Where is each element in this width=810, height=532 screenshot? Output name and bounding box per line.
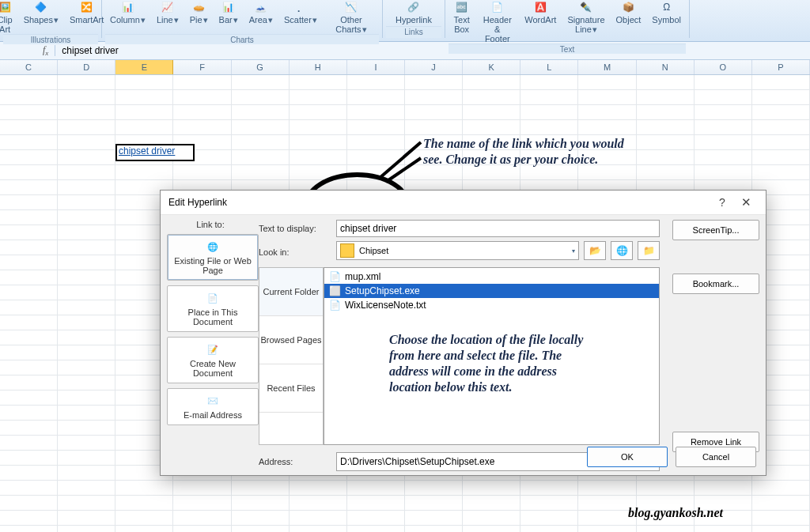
formula-input[interactable]: chipset driver — [55, 45, 810, 56]
bar-chart-icon: 📊 — [221, 0, 236, 14]
ribbon-item-headerfooter[interactable]: 📄Header & Footer — [476, 0, 518, 43]
ribbon-item-bar[interactable]: 📊Bar▾ — [214, 0, 243, 34]
email-icon: ✉️ — [169, 394, 256, 408]
screentip-button[interactable]: ScreenTip... — [672, 220, 759, 240]
browse-file-button[interactable]: 📁 — [638, 241, 660, 260]
ribbon-group-text: 🔤Text Box 📄Header & Footer 🅰️WordArt ✒️S… — [445, 0, 690, 38]
ribbon-item-signature[interactable]: ✒️Signature Line▾ — [562, 0, 609, 43]
column-header[interactable]: F — [173, 60, 231, 74]
help-button[interactable]: ? — [710, 196, 734, 209]
ribbon-group-label: Illustrations — [3, 34, 98, 44]
ribbon-item-shapes[interactable]: 🔷Shapes▾ — [19, 0, 63, 34]
sheet-row[interactable] — [0, 75, 810, 90]
link-to-email[interactable]: ✉️E-mail Address — [167, 388, 259, 425]
xml-icon: 📄 — [329, 271, 340, 282]
file-item[interactable]: 📄WixLicenseNote.txt — [324, 298, 659, 312]
area-chart-icon: 🗻 — [254, 0, 268, 14]
ribbon-item-pie[interactable]: 🥧Pie▾ — [185, 0, 213, 34]
ribbon-item-scatter[interactable]: ⡀Scatter▾ — [279, 0, 322, 34]
ribbon-group-links: 🔗Hyperlink Links — [383, 0, 445, 38]
column-header[interactable]: I — [347, 60, 405, 74]
column-header[interactable]: O — [695, 60, 752, 74]
link-to-create-new[interactable]: 📝Create New Document — [167, 337, 259, 383]
smartart-icon: 🔀 — [80, 0, 94, 14]
look-in-combo[interactable]: Chipset ▾ — [336, 241, 579, 260]
ribbon-item-object[interactable]: 📦Object — [611, 0, 646, 43]
column-header[interactable]: C — [0, 60, 58, 74]
tab-browsed-pages[interactable]: Browsed Pages — [259, 316, 323, 364]
look-in-label: Look in: — [259, 247, 331, 257]
column-header[interactable]: M — [578, 60, 636, 74]
ribbon-item-hyperlink[interactable]: 🔗Hyperlink — [391, 0, 437, 25]
ribbon-group-label: Links — [386, 26, 441, 38]
sheet-row[interactable] — [0, 165, 810, 180]
ribbon-item-symbol[interactable]: ΩSymbol — [647, 0, 686, 43]
column-header[interactable]: L — [520, 60, 578, 74]
dialog-title: Edit Hyperlink — [168, 197, 227, 208]
ok-button[interactable]: OK — [587, 447, 668, 467]
column-header[interactable]: H — [290, 60, 347, 74]
signature-icon: ✒️ — [579, 0, 593, 14]
column-header[interactable]: J — [405, 60, 463, 74]
ribbon-group-charts: 📊Column▾ 📈Line▾ 🥧Pie▾ 📊Bar▾ 🗻Area▾ ⡀Scat… — [102, 0, 383, 38]
ribbon-item-textbox[interactable]: 🔤Text Box — [449, 0, 475, 43]
sheet-row[interactable] — [0, 526, 810, 532]
header-footer-icon: 📄 — [490, 0, 505, 14]
new-document-icon: 📝 — [169, 342, 256, 357]
column-headers: CDEFGHIJKLMNOP — [0, 60, 810, 75]
ribbon-item-column[interactable]: 📊Column▾ — [105, 0, 150, 34]
link-to-place-in-document[interactable]: 📄Place in This Document — [167, 285, 259, 332]
link-to-existing-file[interactable]: 🌐Existing File or Web Page — [167, 234, 259, 281]
dialog-titlebar: Edit Hyperlink ? ✕ — [161, 191, 766, 215]
close-button[interactable]: ✕ — [734, 195, 758, 209]
ribbon-group-label: Charts — [105, 34, 379, 44]
column-header[interactable]: N — [637, 60, 695, 74]
pie-chart-icon: 🥧 — [191, 0, 206, 14]
wordart-icon: 🅰️ — [533, 0, 547, 14]
file-item[interactable]: ⬜SetupChipset.exe — [324, 284, 659, 298]
globe-file-icon: 🌐 — [169, 240, 256, 254]
sheet-row[interactable] — [0, 90, 810, 105]
ribbon-item-wordart[interactable]: 🅰️WordArt — [520, 0, 561, 43]
hyperlink-icon: 🔗 — [407, 0, 421, 14]
text-to-display-input[interactable] — [336, 220, 660, 237]
formula-bar: fx chipset driver — [0, 42, 810, 60]
column-header[interactable]: K — [463, 60, 520, 74]
column-header[interactable]: D — [58, 60, 115, 74]
hyperlink-cell[interactable]: chipset driver — [117, 145, 175, 157]
browse-tabs: Current Folder Browsed Pages Recent File… — [259, 267, 324, 445]
line-chart-icon: 📈 — [161, 0, 175, 14]
tab-recent-files[interactable]: Recent Files — [259, 364, 323, 413]
exe-icon: ⬜ — [329, 285, 340, 296]
tab-current-folder[interactable]: Current Folder — [259, 268, 323, 316]
file-item[interactable]: 📄mup.xml — [324, 270, 659, 284]
sheet-row[interactable] — [0, 120, 810, 135]
document-icon: 📄 — [169, 291, 256, 305]
annotation-top: The name of the link which you would see… — [423, 136, 629, 168]
open-folder-icon: 📁 — [643, 245, 655, 256]
shapes-icon: 🔷 — [34, 0, 48, 14]
clipart-icon: 🖼️ — [0, 0, 12, 14]
sheet-row[interactable] — [0, 105, 810, 120]
sheet-row[interactable] — [0, 481, 810, 496]
selected-cell[interactable]: chipset driver — [117, 145, 193, 160]
address-label: Address: — [259, 457, 331, 466]
cancel-button[interactable]: Cancel — [676, 447, 756, 467]
textbox-icon: 🔤 — [455, 0, 469, 14]
other-charts-icon: 📉 — [344, 0, 358, 14]
fx-icon[interactable]: fx — [43, 44, 48, 57]
column-header[interactable]: E — [115, 60, 173, 74]
ribbon-item-area[interactable]: 🗻Area▾ — [244, 0, 278, 34]
ribbon-item-line[interactable]: 📈Line▾ — [152, 0, 184, 34]
symbol-icon: Ω — [660, 0, 674, 14]
ribbon-item-clipart[interactable]: 🖼️Clip Art — [0, 0, 17, 34]
browse-web-button[interactable]: 🌐 — [611, 241, 633, 260]
folder-icon — [340, 243, 354, 258]
column-header[interactable]: G — [232, 60, 290, 74]
up-folder-button[interactable]: 📂 — [584, 241, 606, 260]
bookmark-button[interactable]: Bookmark... — [672, 274, 759, 294]
link-to-panel: Link to: 🌐Existing File or Web Page 📄Pla… — [161, 215, 259, 476]
up-folder-icon: 📂 — [589, 245, 601, 256]
ribbon-item-othercharts[interactable]: 📉Other Charts▾ — [324, 0, 379, 34]
column-header[interactable]: P — [752, 60, 810, 74]
